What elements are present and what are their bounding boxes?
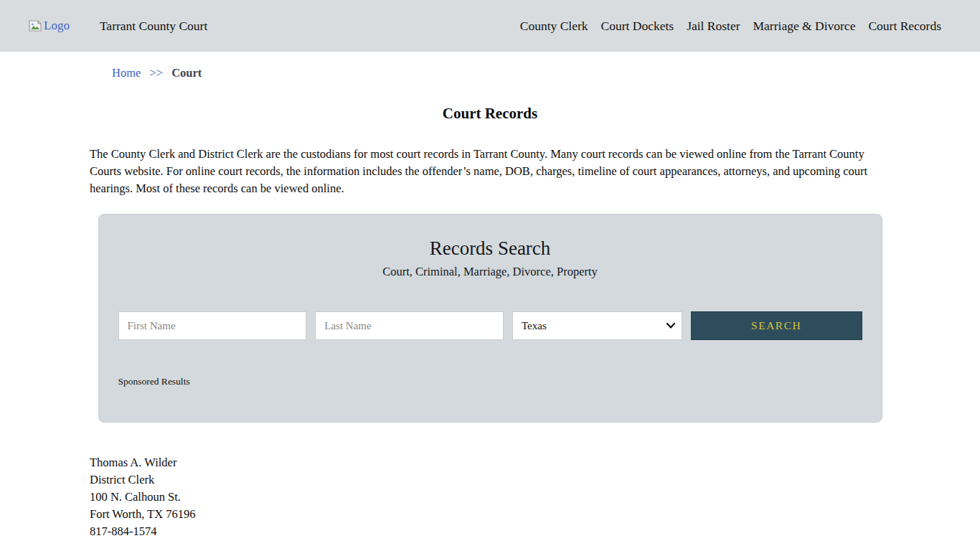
- breadcrumb-home-link[interactable]: Home: [112, 66, 141, 80]
- records-search-panel: Records Search Court, Criminal, Marriage…: [98, 214, 882, 423]
- contact-street: 100 N. Calhoun St.: [90, 489, 890, 506]
- contact-phone: 817-884-1574: [90, 523, 890, 540]
- page-title: Court Records: [90, 105, 890, 123]
- nav-court-records[interactable]: Court Records: [868, 19, 941, 34]
- breadcrumb-separator: >>: [149, 66, 163, 80]
- main-nav: County Clerk Court Dockets Jail Roster M…: [520, 19, 941, 34]
- main-content: Court Records The County Clerk and Distr…: [90, 105, 890, 423]
- sponsored-results-label: Sponsored Results: [118, 376, 862, 387]
- search-button[interactable]: SEARCH: [691, 311, 862, 340]
- intro-paragraph: The County Clerk and District Clerk are …: [90, 146, 890, 197]
- search-form-row: Texas SEARCH: [118, 311, 862, 340]
- breadcrumb-current: Court: [171, 66, 202, 80]
- nav-county-clerk[interactable]: County Clerk: [520, 19, 588, 34]
- last-name-input[interactable]: [315, 311, 504, 340]
- nav-jail-roster[interactable]: Jail Roster: [687, 19, 740, 34]
- contact-name: Thomas A. Wilder: [90, 454, 890, 471]
- nav-court-dockets[interactable]: Court Dockets: [601, 19, 674, 34]
- records-search-subtitle: Court, Criminal, Marriage, Divorce, Prop…: [118, 265, 862, 279]
- state-select-wrap: Texas: [512, 311, 682, 340]
- records-search-title: Records Search: [118, 236, 862, 260]
- header: Logo Tarrant County Court County Clerk C…: [0, 0, 980, 52]
- breadcrumb: Home >> Court: [112, 66, 980, 80]
- logo-alt-text: Logo: [44, 19, 70, 33]
- site-title[interactable]: Tarrant County Court: [100, 19, 207, 34]
- broken-image-icon: Logo: [29, 19, 70, 33]
- first-name-input[interactable]: [118, 311, 307, 340]
- contact-city: Fort Worth, TX 76196: [90, 506, 890, 523]
- contact-role: District Clerk: [90, 471, 890, 489]
- nav-marriage-divorce[interactable]: Marriage & Divorce: [753, 19, 856, 34]
- broken-image-glyph: [29, 20, 42, 32]
- logo-link[interactable]: Logo: [29, 19, 70, 33]
- contact-block: Thomas A. Wilder District Clerk 100 N. C…: [90, 454, 890, 540]
- state-select[interactable]: Texas: [512, 311, 682, 340]
